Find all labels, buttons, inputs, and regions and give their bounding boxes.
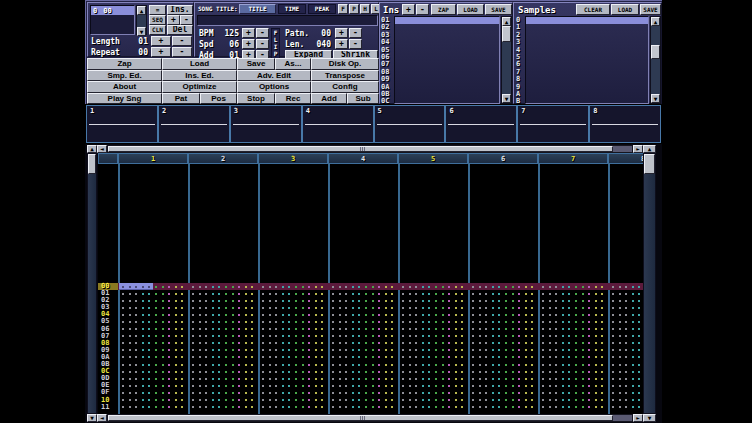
- pattern-row[interactable]: [118, 333, 643, 340]
- menu-button-add[interactable]: Add: [311, 93, 347, 105]
- bpm-minus-button[interactable]: -: [256, 28, 269, 38]
- pattern-cell[interactable]: [538, 375, 608, 382]
- pattern-cell[interactable]: [398, 382, 468, 389]
- pattern-cell[interactable]: [118, 290, 188, 297]
- instrument-plus-button[interactable]: +: [402, 4, 415, 15]
- pattern-cell[interactable]: [328, 340, 398, 347]
- pattern-row[interactable]: [118, 347, 643, 354]
- scroll-up-icon[interactable]: ▲: [643, 145, 656, 153]
- pattern-cell[interactable]: [188, 333, 258, 340]
- channel-header-6[interactable]: 6: [468, 153, 538, 164]
- pattern-hscrollbar-top[interactable]: [107, 145, 633, 153]
- pattern-cell[interactable]: [258, 290, 328, 297]
- sample-save-button[interactable]: SAVE: [640, 4, 661, 15]
- pattern-cell[interactable]: [118, 368, 188, 375]
- pattern-cell[interactable]: [398, 361, 468, 368]
- instrument-list-item[interactable]: [395, 98, 499, 104]
- pattern-cell[interactable]: [538, 318, 608, 325]
- pattern-cell[interactable]: [188, 347, 258, 354]
- menu-button-pat[interactable]: Pat: [162, 93, 200, 105]
- pattern-row[interactable]: [118, 297, 643, 304]
- pattern-cell[interactable]: [468, 290, 538, 297]
- channel-header-2[interactable]: 2: [188, 153, 258, 164]
- pattern-cell[interactable]: [118, 318, 188, 325]
- channel-scope[interactable]: 8: [589, 105, 661, 143]
- pattern-cell[interactable]: [118, 354, 188, 361]
- pattern-cell[interactable]: [188, 340, 258, 347]
- pattern-cell[interactable]: [538, 311, 608, 318]
- pattern-cell[interactable]: [608, 404, 643, 411]
- sample-list-item[interactable]: [526, 39, 648, 46]
- pattern-cell[interactable]: [608, 354, 643, 361]
- pattern-cell[interactable]: [468, 297, 538, 304]
- pattern-cell[interactable]: [258, 311, 328, 318]
- pattern-row[interactable]: [118, 368, 643, 375]
- scrollbar-thumb[interactable]: [644, 154, 655, 174]
- pattern-cell[interactable]: [188, 361, 258, 368]
- repeat-plus-button[interactable]: +: [151, 47, 171, 57]
- pattern-hscrollbar-bottom[interactable]: [107, 414, 633, 422]
- sample-list-item[interactable]: [526, 47, 648, 54]
- pattern-cell[interactable]: [258, 297, 328, 304]
- pattern-cell[interactable]: [608, 318, 643, 325]
- pattern-row[interactable]: [118, 304, 643, 311]
- menu-button-about[interactable]: About: [87, 81, 162, 93]
- pattern-cell[interactable]: [398, 290, 468, 297]
- instrument-list-item[interactable]: [395, 24, 499, 31]
- pattern-cell[interactable]: [188, 304, 258, 311]
- instrument-list-item[interactable]: [395, 39, 499, 46]
- mini-f-button[interactable]: F: [338, 4, 348, 14]
- pattern-cell[interactable]: [398, 354, 468, 361]
- channel-scope[interactable]: 1: [86, 105, 158, 143]
- pattern-cell[interactable]: [468, 347, 538, 354]
- menu-button-options[interactable]: Options: [237, 81, 311, 93]
- menu-button-ins-ed[interactable]: Ins. Ed.: [162, 70, 237, 82]
- instrument-scrollbar[interactable]: ▲ ▼: [501, 16, 512, 104]
- pattern-cell[interactable]: [258, 404, 328, 411]
- pattern-cell[interactable]: [188, 389, 258, 396]
- pattern-cell[interactable]: [118, 326, 188, 333]
- pattern-cell[interactable]: [468, 361, 538, 368]
- instrument-list-item[interactable]: [395, 69, 499, 76]
- pattern-cell[interactable]: [608, 333, 643, 340]
- instrument-minus-button[interactable]: -: [416, 4, 429, 15]
- pattern-row[interactable]: [118, 404, 643, 411]
- pattern-cell[interactable]: [538, 333, 608, 340]
- pattern-cell[interactable]: [328, 397, 398, 404]
- pattern-cell[interactable]: [258, 340, 328, 347]
- pattern-cell[interactable]: [538, 382, 608, 389]
- tab-title[interactable]: TITLE: [239, 4, 276, 14]
- menu-button-adv-edit[interactable]: Adv. Edit: [237, 70, 311, 82]
- pattern-cell[interactable]: [468, 354, 538, 361]
- pattern-cell[interactable]: [468, 368, 538, 375]
- menu-button-save[interactable]: Save: [237, 58, 275, 70]
- pattern-cell[interactable]: [608, 311, 643, 318]
- pattern-vscrollbar-left[interactable]: [87, 153, 97, 414]
- pattern-cell[interactable]: [398, 404, 468, 411]
- channel-header-3[interactable]: 3: [258, 153, 328, 164]
- pattern-cell[interactable]: [468, 397, 538, 404]
- menu-button-smp-ed[interactable]: Smp. Ed.: [87, 70, 162, 82]
- instrument-list[interactable]: [394, 16, 500, 104]
- pattern-cell[interactable]: [398, 304, 468, 311]
- pattern-cell[interactable]: [328, 382, 398, 389]
- sample-list-item[interactable]: [526, 76, 648, 83]
- pattern-row[interactable]: [118, 290, 643, 297]
- pattern-cell[interactable]: [118, 375, 188, 382]
- order-eq-button[interactable]: =: [149, 5, 166, 15]
- pattern-cell[interactable]: [328, 354, 398, 361]
- pattern-cell[interactable]: [118, 382, 188, 389]
- instrument-list-item[interactable]: [395, 32, 499, 39]
- scrollbar-thumb[interactable]: [651, 45, 660, 59]
- pattern-cell[interactable]: [468, 404, 538, 411]
- scroll-up-icon[interactable]: ▲: [87, 145, 97, 153]
- pattern-cell[interactable]: [608, 389, 643, 396]
- pattern-cell[interactable]: [538, 304, 608, 311]
- spd-minus-button[interactable]: -: [256, 39, 269, 49]
- pattern-cell[interactable]: [608, 340, 643, 347]
- pattern-cell[interactable]: [468, 311, 538, 318]
- instrument-list-item[interactable]: [395, 17, 499, 24]
- sample-list-item[interactable]: [526, 98, 648, 104]
- song-title-input[interactable]: [197, 15, 378, 26]
- pattern-cell[interactable]: [468, 283, 538, 290]
